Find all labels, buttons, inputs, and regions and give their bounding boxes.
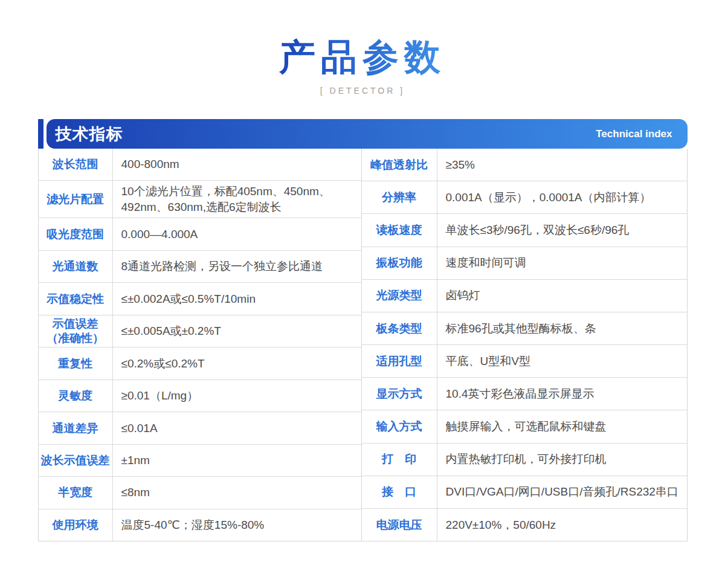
spec-row: 重复性≤0.2%或≤0.2%T bbox=[39, 347, 361, 379]
page-header: 产品参数 [ DETECTOR ] bbox=[0, 0, 725, 95]
spec-label: 适用孔型 bbox=[362, 345, 437, 377]
spec-row: 示值稳定性≤±0.002A或≤0.5%T/10min bbox=[39, 282, 361, 314]
spec-value: 8通道光路检测，另设一个独立参比通道 bbox=[113, 251, 361, 282]
spec-row: 光源类型卤钨灯 bbox=[362, 279, 687, 312]
spec-value: ≤0.2%或≤0.2%T bbox=[113, 347, 361, 379]
spec-column-left: 波长范围400-800nm滤光片配置10个滤光片位置，标配405nm、450nm… bbox=[39, 149, 362, 541]
spec-label: 光通道数 bbox=[39, 251, 113, 282]
spec-label: 接 口 bbox=[362, 476, 437, 508]
spec-label: 振板功能 bbox=[362, 247, 437, 279]
spec-row: 电源电压220V±10%，50/60Hz bbox=[362, 508, 687, 541]
spec-label: 吸光度范围 bbox=[39, 218, 113, 250]
page-title: 产品参数 bbox=[279, 37, 446, 77]
spec-value: ≤±0.002A或≤0.5%T/10min bbox=[113, 283, 361, 314]
spec-label: 读板速度 bbox=[362, 214, 437, 246]
spec-row: 接 口DVI口/VGA口/网口/USB口/音频孔/RS232串口 bbox=[362, 476, 687, 508]
spec-value: ≥0.01（L/mg） bbox=[113, 380, 361, 412]
spec-row: 打 印内置热敏打印机，可外接打印机 bbox=[362, 443, 687, 476]
spec-label: 光源类型 bbox=[362, 280, 437, 312]
spec-value: 温度5-40℃；湿度15%-80% bbox=[113, 509, 361, 541]
spec-value: ≥35% bbox=[437, 149, 687, 181]
spec-value: 10个滤光片位置，标配405nm、450nm、492nm、630nm,选配6定制… bbox=[113, 181, 361, 218]
spec-row: 分辨率0.001A（显示），0.0001A（内部计算） bbox=[362, 181, 687, 213]
section-header: 技术指标 Technical index bbox=[38, 119, 688, 149]
spec-value: ≤0.01A bbox=[113, 412, 361, 444]
spec-label: 滤光片配置 bbox=[39, 181, 113, 218]
spec-row: 半宽度≤8nm bbox=[39, 476, 361, 508]
spec-label: 波长范围 bbox=[39, 149, 113, 180]
spec-label: 灵敏度 bbox=[39, 380, 113, 412]
spec-label: 示值稳定性 bbox=[39, 283, 113, 314]
spec-value: ≤±0.005A或±0.2%T bbox=[113, 315, 361, 347]
spec-label: 半宽度 bbox=[39, 477, 113, 508]
spec-value: 单波长≤3秒/96孔，双波长≤6秒/96孔 bbox=[437, 214, 687, 246]
spec-label: 重复性 bbox=[39, 347, 113, 379]
spec-label: 打 印 bbox=[362, 444, 437, 476]
accent-strip bbox=[38, 119, 44, 149]
page-subtitle: [ DETECTOR ] bbox=[0, 86, 725, 95]
spec-label: 输入方式 bbox=[362, 410, 437, 442]
spec-value: DVI口/VGA口/网口/USB口/音频孔/RS232串口 bbox=[437, 476, 687, 508]
spec-value: 卤钨灯 bbox=[437, 280, 687, 312]
spec-row: 显示方式10.4英寸彩色液晶显示屏显示 bbox=[362, 377, 687, 410]
spec-value: 400-800nm bbox=[113, 149, 361, 180]
section-bar: 技术指标 Technical index bbox=[47, 119, 688, 149]
spec-row: 输入方式触摸屏输入，可选配鼠标和键盘 bbox=[362, 410, 687, 442]
spec-label: 板条类型 bbox=[362, 312, 437, 344]
page: 产品参数 [ DETECTOR ] 技术指标 Technical index 波… bbox=[0, 0, 725, 588]
spec-value: 0.000—4.000A bbox=[113, 218, 361, 250]
spec-value: 10.4英寸彩色液晶显示屏显示 bbox=[437, 378, 687, 410]
spec-row: 波长范围400-800nm bbox=[39, 149, 361, 180]
spec-value: ≤8nm bbox=[113, 477, 361, 508]
spec-value: 触摸屏输入，可选配鼠标和键盘 bbox=[437, 410, 687, 442]
spec-card: 技术指标 Technical index 波长范围400-800nm滤光片配置1… bbox=[38, 119, 688, 541]
spec-row: 板条类型标准96孔或其他型酶标板、条 bbox=[362, 312, 687, 344]
spec-label: 通道差异 bbox=[39, 412, 113, 444]
spec-row: 读板速度单波长≤3秒/96孔，双波长≤6秒/96孔 bbox=[362, 213, 687, 246]
spec-row: 振板功能速度和时间可调 bbox=[362, 247, 687, 279]
spec-row: 灵敏度≥0.01（L/mg） bbox=[39, 380, 361, 412]
spec-label: 波长示值误差 bbox=[39, 445, 113, 476]
spec-row: 示值误差 （准确性）≤±0.005A或±0.2%T bbox=[39, 315, 361, 347]
spec-row: 通道差异≤0.01A bbox=[39, 412, 361, 444]
spec-label: 示值误差 （准确性） bbox=[39, 315, 113, 347]
section-title-en: Technical index bbox=[596, 128, 672, 140]
spec-label: 分辨率 bbox=[362, 181, 437, 213]
spec-label: 使用环境 bbox=[39, 509, 113, 541]
spec-row: 适用孔型平底、U型和V型 bbox=[362, 344, 687, 377]
spec-row: 滤光片配置10个滤光片位置，标配405nm、450nm、492nm、630nm,… bbox=[39, 180, 361, 218]
spec-row: 峰值透射比≥35% bbox=[362, 149, 687, 181]
spec-row: 波长示值误差±1nm bbox=[39, 444, 361, 476]
spec-value: 220V±10%，50/60Hz bbox=[437, 509, 687, 541]
spec-row: 光通道数8通道光路检测，另设一个独立参比通道 bbox=[39, 250, 361, 282]
spec-value: 标准96孔或其他型酶标板、条 bbox=[437, 312, 687, 344]
spec-value: 速度和时间可调 bbox=[437, 247, 687, 279]
spec-row: 吸光度范围0.000—4.000A bbox=[39, 218, 361, 250]
spec-column-right: 峰值透射比≥35%分辨率0.001A（显示），0.0001A（内部计算）读板速度… bbox=[362, 149, 687, 541]
spec-label: 显示方式 bbox=[362, 378, 437, 410]
spec-value: 内置热敏打印机，可外接打印机 bbox=[437, 444, 687, 476]
section-title-cn: 技术指标 bbox=[56, 123, 123, 145]
spec-label: 峰值透射比 bbox=[362, 149, 437, 181]
spec-value: 平底、U型和V型 bbox=[437, 345, 687, 377]
spec-value: ±1nm bbox=[113, 445, 361, 476]
spec-label: 电源电压 bbox=[362, 509, 437, 541]
spec-table: 波长范围400-800nm滤光片配置10个滤光片位置，标配405nm、450nm… bbox=[38, 149, 688, 541]
spec-value: 0.001A（显示），0.0001A（内部计算） bbox=[437, 181, 687, 213]
spec-row: 使用环境温度5-40℃；湿度15%-80% bbox=[39, 509, 361, 541]
